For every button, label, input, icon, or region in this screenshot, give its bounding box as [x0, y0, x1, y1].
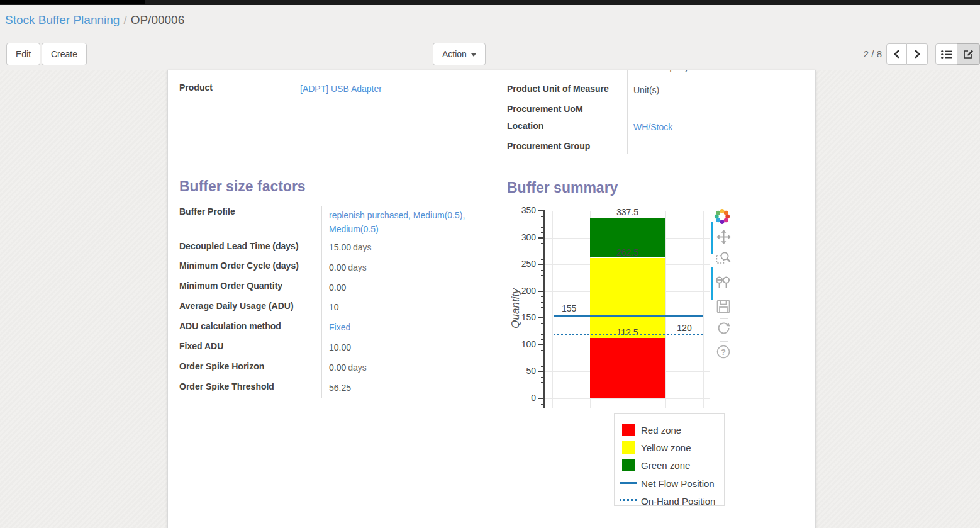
field-label-buffer-profile: Buffer Profile [179, 206, 235, 216]
legend-item-red-zone[interactable]: Red zone [615, 424, 724, 439]
reset-axes-icon[interactable] [716, 321, 730, 335]
chevron-left-icon [893, 50, 901, 59]
chart-gridline-v [703, 211, 704, 408]
list-icon [941, 50, 952, 59]
legend-label: Red zone [641, 425, 681, 435]
field-value-adu-method-link[interactable]: Fixed [329, 322, 350, 332]
svg-text:?: ? [721, 347, 726, 357]
action-dropdown-button[interactable]: Action [433, 43, 486, 65]
chart-legend: Red zoneYellow zoneGreen zoneNet Flow Po… [614, 413, 725, 506]
modebar-separator [720, 296, 728, 296]
field-label-procurement-uom: Procurement UoM [507, 104, 583, 114]
save-floppy-icon[interactable] [716, 300, 730, 313]
chart-y-tick-label: 300 [507, 232, 536, 242]
zone-bar-yellow-zone[interactable] [590, 258, 665, 339]
modebar-separator [720, 341, 728, 342]
chart-plot-right-edge [710, 211, 710, 408]
buffer-size-factors-title: Buffer size factors [179, 178, 306, 195]
legend-swatch-square [622, 441, 635, 454]
zone-value-label: 112.5 [590, 327, 665, 337]
chevron-right-icon [913, 50, 922, 59]
field-value-buffer-profile-link[interactable]: replenish purchased, Medium(0.5), Medium… [329, 208, 487, 236]
chart-gridline-v [665, 211, 666, 408]
field-label-min-order-cycle: Minimum Order Cycle (days) [179, 261, 299, 271]
caret-down-icon [471, 53, 476, 57]
modebar-active-indicator [711, 222, 713, 254]
create-button[interactable]: Create [42, 43, 87, 65]
clipped-top-field-value: Company [651, 70, 727, 74]
field-value-fixed-adu: 10.00 [329, 342, 351, 352]
pager-previous-button[interactable] [886, 43, 907, 65]
field-value-order-spike-threshold: 56.25 [329, 383, 351, 393]
field-value-adu: 10 [329, 302, 339, 312]
help-icon[interactable]: ? [716, 345, 730, 359]
edit-button[interactable]: Edit [6, 43, 40, 65]
chart-y-axis-line [543, 210, 545, 408]
chart-gridline-v [552, 211, 553, 408]
field-label-min-order-qty: Minimum Order Quantity [179, 281, 282, 291]
field-value-min-order-cycle: 0.00days [329, 262, 367, 272]
legend-item-green-zone[interactable]: Green zone [615, 459, 724, 474]
field-label-order-spike-horizon: Order Spike Horizon [179, 361, 264, 371]
line-value-label: 120 [672, 323, 697, 333]
box-zoom-icon[interactable] [716, 250, 731, 266]
breadcrumb: Stock Buffer Planning/OP/00006 [5, 13, 184, 27]
field-value-order-spike-horizon: 0.00days [329, 362, 367, 373]
view-switch-list-button[interactable] [935, 43, 957, 65]
pager-value: 2 / 8 [857, 48, 882, 59]
field-label-product-uom: Product Unit of Measure [507, 84, 609, 94]
legend-label: Green zone [641, 460, 690, 471]
zone-value-label: 262.5 [590, 247, 665, 257]
field-label-adu: Average Daily Usage (ADU) [179, 301, 294, 311]
legend-swatch-square [622, 459, 635, 471]
chart-y-tick-label: 200 [507, 286, 536, 296]
line-on-hand-position[interactable] [554, 334, 703, 335]
top-menu-bar [0, 0, 980, 5]
legend-item-on-hand-position[interactable]: On-Hand Position [615, 495, 724, 510]
zone-value-label: 337.5 [590, 207, 665, 217]
plotly-logo-icon[interactable] [714, 208, 730, 225]
field-label-location: Location [507, 121, 543, 131]
legend-label: Yellow zone [641, 442, 691, 453]
breadcrumb-separator: / [120, 13, 130, 26]
chart-plot-bottom-edge [545, 408, 710, 408]
chart-y-tick-label: 150 [507, 312, 536, 322]
breadcrumb-parent-link[interactable]: Stock Buffer Planning [5, 13, 120, 26]
field-label-fixed-adu: Fixed ADU [179, 341, 223, 351]
field-value-product-link[interactable]: [ADPT] USB Adapter [300, 84, 382, 94]
zone-bar-red-zone[interactable] [590, 338, 665, 398]
field-value-location-link[interactable]: WH/Stock [633, 122, 672, 132]
group-separator [321, 206, 322, 398]
legend-item-net-flow-position[interactable]: Net Flow Position [615, 477, 724, 492]
modebar-separator [720, 272, 728, 272]
field-label-procurement-group: Procurement Group [507, 141, 590, 151]
modebar-separator [720, 318, 728, 319]
legend-swatch-line [620, 482, 637, 484]
field-value-min-order-qty: 0.00 [329, 283, 346, 293]
legend-label: Net Flow Position [641, 478, 715, 489]
line-value-label: 155 [562, 303, 576, 313]
chart-y-tick-label: 250 [507, 259, 536, 269]
chart-y-tick-label: 100 [507, 339, 536, 349]
buffer-summary-title: Buffer summary [507, 179, 618, 196]
field-label-adu-method: ADU calculation method [179, 321, 281, 331]
field-label-product: Product [179, 82, 213, 93]
modebar-active-indicator [711, 267, 713, 300]
view-switch-form-button[interactable] [957, 43, 980, 65]
chart-y-tick-label: 50 [507, 366, 536, 376]
line-net-flow-position[interactable] [554, 315, 703, 317]
top-menu-bar-left-segment [0, 0, 145, 4]
field-label-dlt: Decoupled Lead Time (days) [179, 241, 299, 251]
legend-item-yellow-zone[interactable]: Yellow zone [615, 441, 724, 456]
legend-swatch-dots [620, 499, 637, 501]
legend-swatch-square [622, 424, 635, 436]
compare-hover-pins-icon[interactable] [715, 276, 731, 290]
chart-y-tick-label: 350 [507, 205, 536, 215]
field-label-order-spike-threshold: Order Spike Threshold [179, 381, 274, 391]
group-separator [296, 75, 296, 100]
pager-next-button[interactable] [907, 43, 928, 65]
breadcrumb-current: OP/00006 [131, 13, 185, 26]
pan-icon[interactable] [716, 230, 731, 244]
group-separator [627, 70, 628, 154]
chart-y-tick-label: 0 [507, 393, 536, 403]
